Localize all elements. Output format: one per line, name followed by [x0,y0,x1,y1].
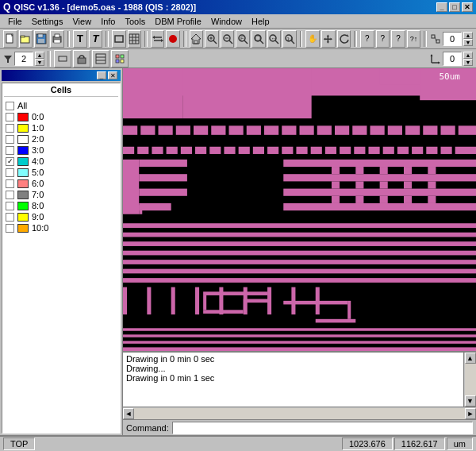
tb-transfer-btn[interactable] [151,30,165,48]
log-text: Drawing in 0 min 0 sec Drawing... Drawin… [123,353,463,407]
svg-rect-85 [123,147,134,154]
cell-checkbox-8[interactable] [6,202,14,210]
close-button[interactable]: ✕ [462,2,473,12]
tb-home-btn[interactable] [190,30,204,48]
tb-rotate-btn[interactable] [337,30,351,48]
cell-checkbox-1[interactable] [6,124,14,133]
svg-rect-91 [209,147,221,154]
coord-input[interactable] [443,52,462,66]
cell-checkbox-3[interactable] [6,146,14,155]
log-scroll-up-btn[interactable]: ▲ [465,353,476,364]
cell-checkbox-0[interactable] [6,113,14,121]
coord-down-btn[interactable]: ▼ [463,59,473,66]
cell-item-7[interactable]: 7:0 [4,189,118,200]
cell-item-4[interactable]: ✓ 4:0 [4,156,118,167]
tb-new-btn[interactable] [3,30,17,48]
layer-input[interactable] [14,52,33,66]
cell-item-9[interactable]: 9:0 [4,211,118,222]
menu-file[interactable]: File [3,15,27,28]
tb-help3-btn[interactable]: ? [391,30,405,48]
menu-info[interactable]: Info [96,15,120,28]
h-scroll-left-btn[interactable]: ◄ [123,408,134,419]
tb-stop-btn[interactable] [166,30,180,48]
panel-close-btn[interactable]: ✕ [108,71,117,79]
cell-item-2[interactable]: 2:0 [4,133,118,145]
tb-pan-btn[interactable]: ✋ [305,30,320,48]
cell-item-all[interactable]: All [4,100,118,111]
cell-checkbox-9[interactable] [6,213,14,222]
log-scroll-down-btn[interactable]: ▼ [465,395,476,407]
cell-checkbox-4[interactable]: ✓ [6,157,14,166]
tb-zoom-prev-btn[interactable]: ← [267,30,282,48]
panel-min-btn[interactable]: _ [97,71,106,79]
tb-text2-btn[interactable]: T [89,30,103,48]
sep6 [354,31,357,47]
layer-spin: ▲ ▼ [35,52,44,66]
layer-down-btn[interactable]: ▼ [35,59,44,66]
main-area: _ ✕ Cells All 0:0 1:0 [0,68,476,435]
cell-checkbox-6[interactable] [6,179,14,188]
svg-rect-143 [171,287,175,314]
cell-checkbox-all[interactable] [6,102,14,110]
h-scroll-track[interactable] [134,408,465,419]
h-scroll-right-btn[interactable]: ► [465,408,476,419]
tb-pan2-btn[interactable] [321,30,336,48]
snap-input[interactable] [443,32,462,46]
tb-layer-lock-btn[interactable] [73,50,90,67]
tb-zoom-fit-btn[interactable]: F [236,30,250,48]
cell-item-8[interactable]: 8:0 [4,200,118,211]
minimize-button[interactable]: _ [436,2,447,12]
tb-help4-btn[interactable]: ?↑ [407,30,421,48]
log-scroll-track[interactable] [465,364,476,395]
tb-layer-custom-btn[interactable] [111,50,129,67]
menu-settings[interactable]: Settings [27,15,68,28]
log-line-3: Drawing in 0 min 1 sec [126,373,460,383]
tb-zoom-out-btn[interactable] [221,30,235,48]
svg-rect-150 [203,291,267,295]
tb-grid-btn[interactable] [128,30,142,48]
tb-layer-vis-btn[interactable] [54,50,71,67]
snap-down-btn[interactable]: ▼ [463,39,473,46]
menu-view[interactable]: View [67,15,96,28]
canvas-area: 50um [123,68,476,435]
cell-checkbox-5[interactable] [6,168,14,177]
tb-help-btn[interactable]: ? [360,30,374,48]
tb-layer-grid-btn[interactable] [92,50,109,67]
maximize-button[interactable]: □ [449,2,460,12]
cell-item-3[interactable]: 3:0 [4,145,118,156]
cell-checkbox-7[interactable] [6,191,14,199]
tb-text-btn[interactable]: T [73,30,87,48]
cell-item-0[interactable]: 0:0 [4,111,118,122]
tb-print-btn[interactable] [50,30,64,48]
svg-rect-90 [195,147,206,154]
menu-window[interactable]: Window [206,15,247,28]
cell-checkbox-10[interactable] [6,224,14,233]
tb-zoom-in-btn[interactable] [205,30,219,48]
menu-dbm-profile[interactable]: DBM Profile [150,15,206,28]
svg-rect-135 [123,233,476,237]
cell-item-10[interactable]: 10:0 [4,222,118,233]
menu-tools[interactable]: Tools [121,15,151,28]
menu-help[interactable]: Help [247,15,274,28]
cell-item-6[interactable]: 6:0 [4,178,118,189]
command-input[interactable] [172,422,473,434]
svg-marker-55 [431,54,433,56]
tb-zoom-num-btn[interactable]: 1:1 [282,30,297,48]
chip-canvas[interactable]: 50um [123,68,476,351]
cell-item-5[interactable]: 5:0 [4,167,118,178]
tb-rect-btn[interactable] [112,30,126,48]
tb-save-btn[interactable] [34,30,48,48]
cell-color-1 [17,124,29,133]
cell-item-1[interactable]: 1:0 [4,122,118,133]
tb-help2-btn[interactable]: ? [376,30,390,48]
snap-up-btn[interactable]: ▲ [463,32,473,39]
coord-up-btn[interactable]: ▲ [463,52,473,59]
tb-zoom-area-btn[interactable] [251,30,266,48]
svg-marker-18 [191,34,201,44]
svg-rect-153 [244,299,247,310]
layer-up-btn[interactable]: ▲ [35,52,44,59]
cell-checkbox-2[interactable] [6,135,14,144]
svg-marker-15 [161,39,163,42]
tb-open-btn[interactable] [19,30,33,48]
svg-rect-89 [181,147,192,154]
